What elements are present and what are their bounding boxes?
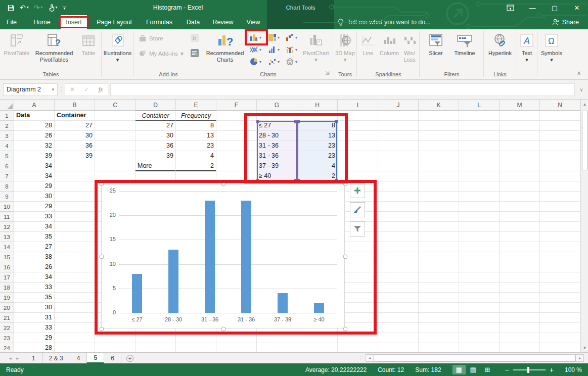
save-icon[interactable] — [7, 4, 15, 12]
column-header-L[interactable]: L — [459, 100, 500, 111]
cell-M17[interactable] — [500, 272, 540, 283]
cell-E3[interactable]: 13 — [176, 131, 216, 141]
tab-page-layout[interactable]: Page Layout — [92, 15, 137, 29]
zoom-slider-thumb[interactable] — [527, 367, 529, 373]
cell-B1[interactable]: Container — [55, 111, 95, 121]
column-header-N[interactable]: N — [540, 100, 580, 111]
tab-formulas[interactable]: Formulas — [142, 15, 177, 29]
cell-N7[interactable] — [540, 171, 580, 181]
cell-B16[interactable] — [55, 262, 95, 272]
name-box[interactable]: Diagramm 2 ▾ — [3, 83, 58, 96]
cell-J8[interactable] — [378, 181, 419, 192]
insert-pie-chart-button[interactable]: ▾ — [250, 58, 261, 66]
cell-N13[interactable] — [540, 232, 580, 242]
cell-K18[interactable] — [419, 283, 459, 293]
cell-N4[interactable] — [540, 141, 580, 151]
cell-C6[interactable] — [95, 161, 135, 171]
cell-B23[interactable] — [55, 333, 95, 343]
column-header-H[interactable]: H — [297, 100, 338, 111]
cell-D6[interactable]: More — [135, 161, 176, 171]
cell-M15[interactable] — [500, 252, 540, 262]
cell-M5[interactable] — [500, 151, 540, 161]
row-header-18[interactable]: 18 — [0, 283, 14, 293]
cell-D5[interactable]: 39 — [135, 151, 176, 161]
row-header-14[interactable]: 14 — [0, 242, 14, 252]
cell-A17[interactable]: 34 — [14, 272, 55, 283]
row-header-4[interactable]: 4 — [0, 141, 14, 151]
cell-J16[interactable] — [378, 262, 419, 272]
redo-button[interactable]: ↷▾ — [34, 4, 43, 11]
row-header-21[interactable]: 21 — [0, 313, 14, 323]
insert-combo-chart-button[interactable]: ▾ — [286, 45, 297, 54]
scroll-right-icon[interactable]: ▸ — [576, 355, 583, 361]
insert-function-icon[interactable]: fx — [94, 86, 108, 93]
cell-K5[interactable] — [419, 151, 459, 161]
histogram-chart[interactable]: 0510152025≤ 2728 - 3031 - 3631 - 3637 - … — [101, 183, 345, 328]
cell-K15[interactable] — [419, 252, 459, 262]
cell-N24[interactable] — [540, 343, 580, 352]
cell-K11[interactable] — [419, 212, 459, 222]
cell-D3[interactable]: 30 — [135, 131, 176, 141]
cell-L12[interactable] — [459, 222, 500, 232]
sheet-tab-6[interactable]: 6 — [104, 353, 121, 363]
cell-B3[interactable]: 30 — [55, 131, 95, 141]
cell-M1[interactable] — [500, 111, 540, 121]
cell-B17[interactable] — [55, 272, 95, 283]
cell-F1[interactable] — [216, 111, 257, 121]
cell-C5[interactable] — [95, 151, 135, 161]
cell-K8[interactable] — [419, 181, 459, 192]
cell-B14[interactable] — [55, 242, 95, 252]
cell-E1[interactable]: Frequency — [176, 111, 216, 121]
slicer-button[interactable]: Slicer — [424, 31, 448, 57]
hyperlink-button[interactable]: Hyperlink — [485, 31, 515, 57]
page-layout-view-icon[interactable]: ▤ — [467, 365, 480, 374]
cell-M20[interactable] — [500, 303, 540, 313]
bing-maps-icon[interactable]: b — [190, 33, 199, 42]
cell-I6[interactable] — [338, 161, 378, 171]
cell-B21[interactable] — [55, 313, 95, 323]
cell-C3[interactable] — [95, 131, 135, 141]
cell-A2[interactable]: 28 — [14, 121, 55, 131]
cell-L13[interactable] — [459, 232, 500, 242]
cell-G7[interactable]: ≥ 40 — [257, 171, 297, 181]
cell-J23[interactable] — [378, 333, 419, 343]
cell-H3[interactable]: 13 — [297, 131, 338, 141]
cell-M23[interactable] — [500, 333, 540, 343]
cell-N3[interactable] — [540, 131, 580, 141]
cell-A8[interactable]: 29 — [14, 181, 55, 192]
cell-N19[interactable] — [540, 293, 580, 303]
cell-A3[interactable]: 26 — [14, 131, 55, 141]
cell-B5[interactable]: 39 — [55, 151, 95, 161]
cell-A1[interactable]: Data — [14, 111, 55, 121]
3d-map-button[interactable]: 3D Map ▾ — [334, 31, 356, 63]
cell-L20[interactable] — [459, 303, 500, 313]
row-header-12[interactable]: 12 — [0, 222, 14, 232]
cell-F6[interactable] — [216, 161, 257, 171]
cell-J22[interactable] — [378, 323, 419, 333]
cell-K19[interactable] — [419, 293, 459, 303]
cell-H4[interactable]: 23 — [297, 141, 338, 151]
cell-N14[interactable] — [540, 242, 580, 252]
cell-K2[interactable] — [419, 121, 459, 131]
chart-selection-handle-8[interactable] — [343, 327, 348, 332]
cell-G6[interactable]: 37 - 39 — [257, 161, 297, 171]
cell-L24[interactable] — [459, 343, 500, 352]
undo-button[interactable]: ↶▾ — [20, 4, 29, 11]
minimize-button[interactable]: — — [521, 0, 544, 15]
cell-B20[interactable] — [55, 303, 95, 313]
zoom-level[interactable]: 100 % — [565, 366, 582, 373]
store-button[interactable]: Store — [139, 34, 163, 42]
column-header-I[interactable]: I — [338, 100, 378, 111]
cell-G23[interactable] — [257, 333, 297, 343]
cell-L16[interactable] — [459, 262, 500, 272]
row-header-6[interactable]: 6 — [0, 161, 14, 171]
cell-N16[interactable] — [540, 262, 580, 272]
row-header-10[interactable]: 10 — [0, 202, 14, 212]
cell-J6[interactable] — [378, 161, 419, 171]
cell-N9[interactable] — [540, 192, 580, 202]
cell-L18[interactable] — [459, 283, 500, 293]
row-header-24[interactable]: 24 — [0, 343, 14, 352]
cell-G5[interactable]: 31 - 36 — [257, 151, 297, 161]
tab-data[interactable]: Data — [181, 15, 205, 29]
tab-review[interactable]: Review — [208, 15, 238, 29]
